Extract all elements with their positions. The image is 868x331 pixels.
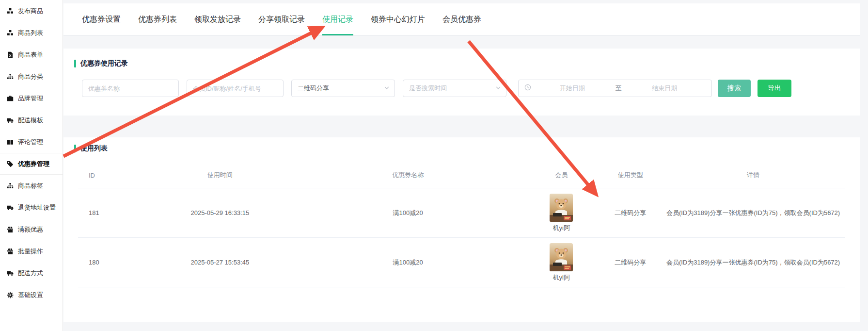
cell-detail: 会员(ID为3189)分享一张优惠券(ID为75)，领取会员(ID为5672) [661,238,845,287]
section-title-text: 使用列表 [80,144,108,153]
table-body: 1812025-05-29 16:33:15满100减20 机yi阿二维码分享会… [78,188,845,287]
member-search-input[interactable] [187,80,284,97]
sidebar-item-product-list[interactable]: 商品列表 [0,22,63,44]
share-type-select-value: 二维码分享 [298,84,329,93]
sidebar-item-label: 优惠券管理 [18,160,49,168]
share-type-select[interactable]: 二维码分享 [291,80,395,97]
export-button[interactable]: 导出 [758,80,791,97]
chevron-down-icon [384,84,390,93]
section-title-usage-list: 使用列表 [74,137,860,153]
sidebar-item-full-amount-discount[interactable]: 满额优惠 [0,218,63,240]
filter-row: 二维码分享 是否搜索时间 开始日期 至 [82,80,791,97]
sidebar-item-publish-product[interactable]: 发布商品 [0,0,63,22]
tag-icon [7,161,14,167]
tab-receive-issue-records[interactable]: 领取发放记录 [194,3,241,35]
member-avatar [550,243,573,271]
sidebar-item-product-category[interactable]: 商品分类 [0,66,63,87]
chevron-down-icon [495,84,501,93]
sidebar-item-label: 商品列表 [18,29,43,37]
sidebar-item-product-form[interactable]: 商品表单 [0,44,63,66]
sidebar-item-coupon-management[interactable]: 优惠券管理 [0,153,63,175]
coupon-name-input[interactable] [82,80,179,97]
tab-share-receive-records[interactable]: 分享领取记录 [258,3,305,35]
file-excel-icon [7,51,14,58]
cell-id: 181 [78,188,147,238]
gift-icon [7,248,14,255]
sidebar-item-brand-management[interactable]: 品牌管理 [0,87,63,109]
tab-coupon-center-slides[interactable]: 领券中心幻灯片 [371,3,425,35]
table-row: 1812025-05-29 16:33:15满100减20 机yi阿二维码分享会… [78,188,845,238]
column-header: 详情 [661,163,845,188]
sidebar-item-delivery-method[interactable]: 配送方式 [0,262,63,284]
sidebar-item-label: 满额优惠 [18,225,43,234]
sidebar-item-product-tag[interactable]: 商品标签 [0,175,63,197]
book-icon [7,139,14,146]
column-header: 使用时间 [147,163,293,188]
cell-coupon-name: 满100减20 [293,238,523,287]
usage-list-panel: 使用列表 ID使用时间优惠券名称会员使用类型详情 1812025-05-29 1… [63,137,860,322]
sitemap-icon [7,73,14,80]
column-header: 会员 [523,163,600,188]
column-header: ID [78,163,147,188]
date-range-picker[interactable]: 开始日期 至 结束日期 [518,80,712,97]
sidebar-item-label: 基础设置 [18,291,43,299]
cubes-icon [7,30,14,36]
truck-icon [7,204,14,211]
sidebar-item-batch-operation[interactable]: 批量操作 [0,240,63,262]
table-header-row: ID使用时间优惠券名称会员使用类型详情 [78,163,845,188]
column-header: 优惠券名称 [293,163,523,188]
gift-icon [7,226,14,233]
section-title-usage-records: 优惠券使用记录 [74,49,860,68]
cell-detail: 会员(ID为3189)分享一张优惠券(ID为75)，领取会员(ID为5672) [661,188,845,238]
sidebar-item-label: 商品标签 [18,182,43,190]
column-header: 使用类型 [600,163,661,188]
sidebar-item-label: 发布商品 [18,7,43,16]
tab-member-coupons[interactable]: 会员优惠券 [442,3,481,35]
cubes-icon [7,8,14,15]
usage-table: ID使用时间优惠券名称会员使用类型详情 1812025-05-29 16:33:… [78,163,845,287]
time-search-select-placeholder: 是否搜索时间 [409,84,447,93]
sidebar-item-return-address-settings[interactable]: 退货地址设置 [0,197,63,218]
member-nickname: 机yi阿 [553,273,570,282]
end-date-placeholder: 结束日期 [624,84,706,93]
member-avatar [550,194,573,222]
cell-use-time: 2025-05-29 16:33:15 [147,188,293,238]
cell-use-type: 二维码分享 [600,238,661,287]
gear-icon [7,292,14,298]
sidebar-item-label: 退货地址设置 [18,203,56,212]
date-range-separator: 至 [614,84,624,93]
search-button[interactable]: 搜索 [718,80,751,97]
briefcase-icon [7,95,14,102]
sidebar-item-label: 商品表单 [18,50,43,59]
truck-icon [7,270,14,277]
tab-coupon-settings[interactable]: 优惠券设置 [82,3,121,35]
time-search-select[interactable]: 是否搜索时间 [403,80,506,97]
section-title-bar [74,145,76,152]
page: 发布商品商品列表商品表单商品分类品牌管理配送模板评论管理优惠券管理商品标签退货地… [0,0,868,331]
sitemap-icon [7,182,14,189]
section-title-text: 优惠券使用记录 [80,59,128,68]
sidebar-item-comment-management[interactable]: 评论管理 [0,131,63,153]
sidebar-item-basic-settings[interactable]: 基础设置 [0,284,63,306]
cell-coupon-name: 满100减20 [293,188,523,238]
coupon-tabbar: 优惠券设置优惠券列表领取发放记录分享领取记录使用记录领券中心幻灯片会员优惠券 [63,3,860,36]
sidebar-item-label: 评论管理 [18,138,43,147]
sidebar-item-label: 批量操作 [18,247,43,256]
cell-use-type: 二维码分享 [600,188,661,238]
start-date-placeholder: 开始日期 [531,84,614,93]
tab-usage-records[interactable]: 使用记录 [322,3,353,35]
section-title-bar [74,60,76,67]
table-row: 1802025-05-27 15:53:45满100减20 机yi阿二维码分享会… [78,238,845,287]
cell-member: 机yi阿 [523,188,600,238]
cell-member: 机yi阿 [523,238,600,287]
sidebar-item-label: 配送模板 [18,116,43,125]
clock-icon [524,84,531,93]
sidebar-item-delivery-template[interactable]: 配送模板 [0,109,63,131]
member-nickname: 机yi阿 [553,224,570,232]
sidebar-item-label: 品牌管理 [18,94,43,103]
tab-coupon-list[interactable]: 优惠券列表 [138,3,177,35]
sidebar-item-label: 配送方式 [18,269,43,278]
cell-id: 180 [78,238,147,287]
sidebar-item-label: 商品分类 [18,72,43,81]
sidebar: 发布商品商品列表商品表单商品分类品牌管理配送模板评论管理优惠券管理商品标签退货地… [0,0,63,331]
